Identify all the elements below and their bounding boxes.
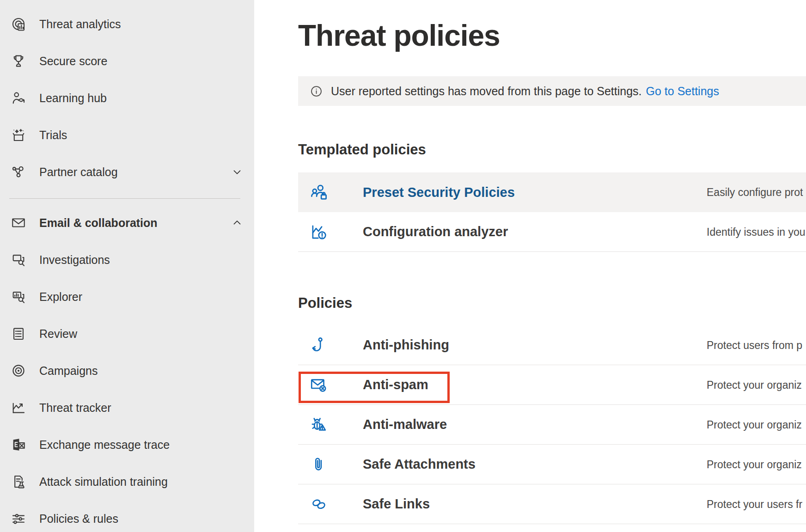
exchange-logo-icon <box>10 436 27 453</box>
row-configuration-analyzer[interactable]: Configuration analyzer Identify issues i… <box>298 212 806 252</box>
sliders-icon <box>10 510 27 527</box>
sidebar-item-label: Review <box>39 327 77 341</box>
sidebar-item-label: Campaigns <box>39 364 98 378</box>
row-description: Protect your users fr <box>707 498 802 510</box>
policies-list: Anti-phishing Protect users from p Anti-… <box>298 325 806 524</box>
sidebar-item-threat-tracker[interactable]: Threat tracker <box>0 389 254 426</box>
sidebar: Threat analytics Secure score <box>0 0 254 532</box>
sidebar-item-partner-catalog[interactable]: Partner catalog <box>0 153 254 190</box>
row-label: Anti-malware <box>363 417 447 432</box>
section-heading-templated-policies: Templated policies <box>298 141 426 158</box>
row-preset-security-policies[interactable]: Preset Security Policies Easily configur… <box>298 172 806 212</box>
row-label: Safe Links <box>363 496 430 512</box>
go-to-settings-link[interactable]: Go to Settings <box>646 85 719 98</box>
row-description: Protect your organiz <box>707 418 802 431</box>
sidebar-item-label: Explorer <box>39 290 82 304</box>
email-icon <box>10 214 27 231</box>
sidebar-item-policies-rules[interactable]: Policies & rules <box>0 500 254 532</box>
row-label: Preset Security Policies <box>363 185 515 200</box>
trophy-icon <box>10 53 27 69</box>
sidebar-item-secure-score[interactable]: Secure score <box>0 43 254 79</box>
row-anti-malware[interactable]: Anti-malware Protect your organiz <box>298 405 806 445</box>
row-description: Protect your organiz <box>707 458 802 471</box>
section-heading-policies: Policies <box>298 295 352 312</box>
investigations-icon <box>10 251 27 268</box>
configuration-analyzer-icon <box>309 222 329 242</box>
sidebar-item-exchange-message-trace[interactable]: Exchange message trace <box>0 426 254 463</box>
row-safe-links[interactable]: Safe Links Protect your users fr <box>298 484 806 524</box>
safe-links-icon <box>309 494 329 514</box>
attack-simulation-icon <box>10 473 27 490</box>
sidebar-item-label: Attack simulation training <box>39 475 168 489</box>
sidebar-item-label: Partner catalog <box>39 165 118 179</box>
sidebar-item-label: Trials <box>39 128 67 142</box>
sidebar-item-learning-hub[interactable]: Learning hub <box>0 79 254 116</box>
sidebar-item-investigations[interactable]: Investigations <box>0 241 254 278</box>
sidebar-item-label: Threat tracker <box>39 401 111 415</box>
partner-catalog-icon <box>10 164 27 180</box>
sidebar-item-attack-simulation-training[interactable]: Attack simulation training <box>0 463 254 500</box>
sidebar-item-label: Email & collaboration <box>39 216 158 230</box>
learning-hub-icon <box>10 90 27 106</box>
sidebar-item-email-collaboration[interactable]: Email & collaboration <box>0 204 254 241</box>
row-label: Anti-spam <box>363 377 428 392</box>
trials-icon <box>10 127 27 143</box>
threat-tracker-icon <box>10 399 27 416</box>
row-label: Safe Attachments <box>363 457 476 472</box>
paperclip-icon <box>309 454 329 475</box>
sidebar-item-explorer[interactable]: Explorer <box>0 278 254 315</box>
review-icon <box>10 325 27 342</box>
row-anti-phishing[interactable]: Anti-phishing Protect users from p <box>298 325 806 365</box>
anti-malware-icon <box>309 415 329 435</box>
banner-message: User reported settings has moved from th… <box>331 85 642 98</box>
anti-phishing-icon <box>309 335 329 355</box>
sidebar-item-label: Policies & rules <box>39 512 118 526</box>
sidebar-item-label: Investigations <box>39 253 110 267</box>
row-label: Configuration analyzer <box>363 224 508 239</box>
main-content: Threat policies User reported settings h… <box>254 0 806 532</box>
row-anti-spam[interactable]: Anti-spam Protect your organiz <box>298 365 806 405</box>
row-safe-attachments[interactable]: Safe Attachments Protect your organiz <box>298 445 806 484</box>
campaigns-icon <box>10 362 27 379</box>
info-icon <box>310 85 323 98</box>
sidebar-item-threat-analytics[interactable]: Threat analytics <box>0 6 254 43</box>
info-banner: User reported settings has moved from th… <box>298 76 806 106</box>
chevron-down-icon[interactable] <box>231 166 243 178</box>
sidebar-item-trials[interactable]: Trials <box>0 116 254 153</box>
page-title: Threat policies <box>298 18 500 53</box>
sidebar-item-label: Learning hub <box>39 92 107 105</box>
row-description: Protect users from p <box>707 339 802 351</box>
chevron-up-icon[interactable] <box>231 217 243 229</box>
preset-security-policies-icon <box>309 182 329 202</box>
anti-spam-icon <box>309 375 329 395</box>
row-description: Easily configure prot <box>707 186 803 199</box>
sidebar-divider <box>9 198 240 199</box>
sidebar-item-campaigns[interactable]: Campaigns <box>0 352 254 389</box>
explorer-icon <box>10 288 27 305</box>
sidebar-item-label: Exchange message trace <box>39 438 170 452</box>
defender-portal: Threat analytics Secure score <box>0 0 806 532</box>
templated-policies-list: Preset Security Policies Easily configur… <box>298 172 806 252</box>
sidebar-item-label: Secure score <box>39 55 107 68</box>
row-description: Protect your organiz <box>707 379 802 391</box>
row-label: Anti-phishing <box>363 337 449 353</box>
sidebar-item-review[interactable]: Review <box>0 315 254 352</box>
row-description: Identify issues in you <box>707 226 806 238</box>
sidebar-item-label: Threat analytics <box>39 18 121 31</box>
threat-analytics-icon <box>10 16 27 32</box>
